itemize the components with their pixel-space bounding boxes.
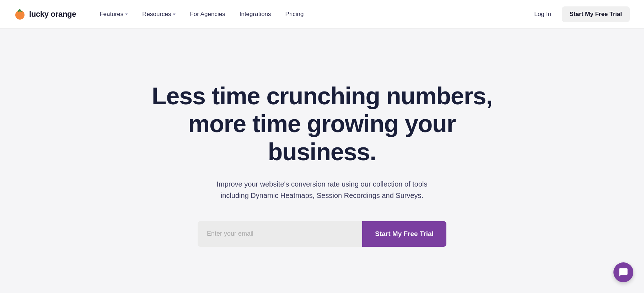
brand-name: lucky orange bbox=[29, 10, 76, 19]
nav-trial-button[interactable]: Start My Free Trial bbox=[562, 6, 630, 22]
hero-subtext: Improve your website's conversion rate u… bbox=[212, 178, 432, 201]
chat-bubble-button[interactable] bbox=[613, 262, 633, 282]
nav-resources[interactable]: Resources bbox=[136, 7, 181, 21]
logo-icon bbox=[14, 9, 26, 20]
resources-label: Resources bbox=[142, 11, 171, 18]
pricing-label: Pricing bbox=[285, 11, 304, 18]
nav-links: Features Resources For Agencies Integrat… bbox=[94, 7, 527, 21]
integrations-label: Integrations bbox=[240, 11, 271, 18]
nav-right: Log In Start My Free Trial bbox=[527, 6, 630, 22]
hero-headline-line1: Less time crunching numbers, bbox=[152, 82, 492, 109]
nav-features[interactable]: Features bbox=[94, 7, 134, 21]
chat-icon bbox=[618, 267, 628, 277]
navbar: lucky orange Features Resources For Agen… bbox=[0, 0, 644, 28]
nav-pricing[interactable]: Pricing bbox=[280, 7, 310, 21]
login-button[interactable]: Log In bbox=[527, 7, 558, 21]
hero-trial-button[interactable]: Start My Free Trial bbox=[362, 221, 446, 247]
resources-chevron-icon bbox=[173, 14, 176, 15]
svg-point-2 bbox=[16, 11, 23, 19]
logo-link[interactable]: lucky orange bbox=[14, 9, 76, 20]
hero-headline: Less time crunching numbers, more time g… bbox=[135, 82, 509, 166]
for-agencies-label: For Agencies bbox=[190, 11, 225, 18]
features-chevron-icon bbox=[125, 14, 128, 15]
nav-for-agencies[interactable]: For Agencies bbox=[184, 7, 231, 21]
nav-integrations[interactable]: Integrations bbox=[234, 7, 277, 21]
email-input[interactable] bbox=[198, 221, 362, 247]
features-label: Features bbox=[100, 11, 123, 18]
hero-section: Less time crunching numbers, more time g… bbox=[0, 28, 644, 293]
hero-headline-line2: more time growing your business. bbox=[188, 110, 456, 165]
hero-cta-area: Start My Free Trial bbox=[198, 221, 446, 247]
